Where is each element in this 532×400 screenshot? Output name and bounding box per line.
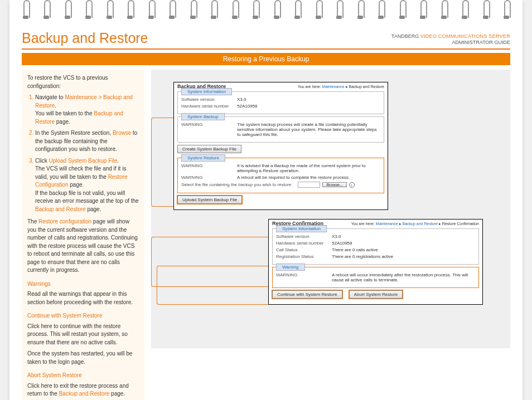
- spiral-binding: [9, 0, 523, 27]
- step-1: Navigate to Maintenance > Backup and Res…: [35, 94, 139, 126]
- label-software-version: Software version: [276, 234, 332, 239]
- heading-warnings: Warnings: [27, 280, 139, 289]
- create-system-backup-file-button[interactable]: Create System Backup File: [177, 145, 241, 153]
- callout-line: [151, 118, 176, 207]
- text-warnings: Read all the warnings that appear in thi…: [27, 290, 139, 306]
- text-restore-warning-1: It is advised that a Backup be made of t…: [237, 163, 380, 173]
- link-upload-system-backup-file[interactable]: Upload System Backup File: [49, 158, 117, 164]
- label-select-file: Select the file containing the backup yo…: [181, 182, 291, 187]
- legend-warning: Warning: [276, 264, 305, 271]
- fieldset-system-restore: System Restore WARNINGIt is advised that…: [177, 158, 384, 193]
- label-warning: WARNING: [276, 272, 332, 282]
- page-container: Backup and Restore TANDBERG VIDEO COMMUN…: [9, 0, 523, 400]
- section-banner: Restoring a Previous Backup: [22, 53, 510, 65]
- crumb-maintenance[interactable]: Maintenance: [376, 222, 398, 226]
- value-hw-serial: 52A10958: [237, 104, 380, 109]
- fieldset-warning: Warning WARNINGA reboot will occur immed…: [272, 267, 479, 288]
- product-name: VIDEO COMMUNICATIONS SERVER: [420, 33, 510, 39]
- label-software-version: Software version: [181, 97, 237, 102]
- label-warning: WARNING: [181, 163, 237, 173]
- step-3: Click Upload System Backup File. The VCS…: [35, 157, 139, 214]
- legend-sysinfo-2: System Information: [276, 225, 327, 232]
- screenshot-area: Backup and Restore You are here: Mainten…: [151, 70, 510, 348]
- link-browse[interactable]: Browse: [113, 130, 131, 136]
- value-registration-status: There are 0 registrations active: [332, 254, 475, 259]
- pane-restore-confirmation: Restore Confirmation You are here: Maint…: [268, 219, 483, 305]
- legend-sysrestore: System Restore: [181, 154, 225, 162]
- fieldset-system-backup: System Backup WARNINGThe system backup p…: [177, 116, 384, 143]
- page-header: Backup and Restore TANDBERG VIDEO COMMUN…: [9, 27, 523, 48]
- callout-line: [157, 266, 276, 305]
- text-backup-warning: The system backup process will create a …: [237, 122, 380, 137]
- steps-list: Navigate to Maintenance > Backup and Res…: [27, 94, 139, 213]
- label-warning: WARNING: [181, 122, 237, 137]
- crumb-maintenance[interactable]: Maintenance: [322, 85, 345, 89]
- text-continue-1: Click here to continue with the restore …: [27, 323, 139, 347]
- header-rule: [22, 48, 510, 50]
- continue-with-system-restore-button[interactable]: Continue with System Restore: [272, 290, 342, 299]
- para-restore-config: The Restore configuration page will show…: [27, 218, 139, 275]
- value-hw-serial: 52A10958: [332, 241, 475, 246]
- value-software-version: X3.0: [237, 97, 380, 102]
- abort-system-restore-button[interactable]: Abort System Restore: [349, 290, 403, 299]
- info-icon[interactable]: i: [349, 182, 355, 188]
- link-backup-and-restore-3[interactable]: Backup and Restore: [59, 391, 110, 397]
- heading-abort: Abort System Restore: [27, 372, 139, 380]
- label-warning: WARNING: [181, 175, 237, 180]
- text-abort: Click here to exit the restore process a…: [27, 382, 139, 398]
- intro-text: To restore the VCS to a previous configu…: [27, 74, 139, 90]
- backup-file-input[interactable]: [298, 182, 320, 188]
- page-title: Backup and Restore: [22, 30, 148, 46]
- value-call-status: There are 0 calls active: [332, 247, 475, 252]
- text-reboot-warning: A reboot will occur immediately after th…: [332, 272, 475, 282]
- pane2-crumb: You are here: Maintenance ▸ Backup and R…: [351, 222, 479, 226]
- fieldset-system-information: System Information Software versionX3.0 …: [177, 91, 384, 114]
- crumb-backup-restore[interactable]: Backup and Restore: [403, 222, 438, 226]
- label-call-status: Call Status: [276, 247, 332, 252]
- legend-sysinfo: System Information: [181, 88, 232, 95]
- link-backup-and-restore-2[interactable]: Backup and Restore: [35, 206, 86, 212]
- text-restore-warning-2: A reboot will be required to complete th…: [237, 175, 380, 180]
- guide-name: ADMINISTRATOR GUIDE: [452, 40, 510, 45]
- value-software-version: X3.0: [332, 234, 475, 239]
- upload-system-backup-file-button[interactable]: Upload System Backup File: [177, 196, 242, 204]
- pane1-crumb: You are here: Maintenance ▸ Backup and R…: [298, 85, 384, 89]
- label-hw-serial: Hardware serial number: [181, 104, 237, 109]
- content-row: To restore the VCS to a previous configu…: [9, 65, 523, 400]
- pane-backup-restore: Backup and Restore You are here: Mainten…: [173, 82, 388, 210]
- label-registration-status: Registration Status: [276, 254, 332, 259]
- link-restore-configuration-2[interactable]: Restore configuration: [38, 218, 91, 225]
- instruction-sidebar: To restore the VCS to a previous configu…: [22, 70, 144, 400]
- legend-sysbackup: System Backup: [181, 113, 225, 120]
- text-continue-2: Once the system has restarted, you will …: [27, 350, 139, 366]
- heading-continue: Continue with System Restore: [27, 312, 139, 320]
- fieldset-system-information-2: System Information Software versionX3.0 …: [272, 228, 479, 265]
- brand-line: TANDBERG: [391, 33, 419, 39]
- browse-button[interactable]: Browse...: [322, 182, 346, 187]
- step-2: In the System Restore section, Browse to…: [35, 129, 139, 154]
- header-right: TANDBERG VIDEO COMMUNICATIONS SERVER ADM…: [391, 33, 510, 46]
- label-hw-serial: Hardware serial number: [276, 241, 332, 246]
